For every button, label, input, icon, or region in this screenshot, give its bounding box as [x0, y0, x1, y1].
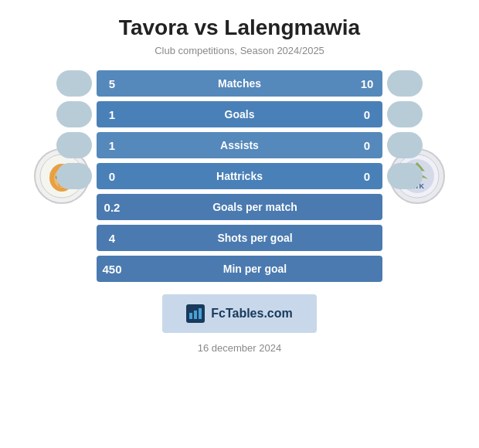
stat-row-min-per-goal: 450 Min per goal [97, 256, 382, 282]
stat-label-assists: Assists [127, 132, 352, 158]
stat-right-hattricks: 0 [352, 163, 382, 189]
footer-date: 16 december 2024 [198, 342, 281, 354]
stat-label-min-per-goal: Min per goal [127, 256, 382, 282]
stat-left-shots-per-goal: 4 [97, 225, 127, 251]
watermark-icon [186, 304, 205, 323]
pill-left-assists [56, 132, 92, 158]
stat-row-matches: 5 Matches 10 [97, 70, 382, 97]
watermark-label: FcTables.com [211, 307, 293, 321]
stat-row-shots-per-goal: 4 Shots per goal [97, 225, 382, 251]
pill-right-matches [387, 70, 423, 97]
svg-rect-10 [189, 313, 192, 319]
stat-row-goals-per-match: 0.2 Goals per match [97, 194, 382, 220]
main-content: FC GOA 5 Matches 10 1 Goals [8, 70, 471, 282]
stat-left-assists: 1 [97, 132, 127, 158]
page-title: Tavora vs Lalengmawia [119, 15, 360, 40]
stats-container: 5 Matches 10 1 Goals 0 1 Assists 0 [97, 70, 382, 282]
stat-right-assists: 0 [352, 132, 382, 158]
stat-right-goals: 0 [352, 101, 382, 127]
pill-right-goals [387, 101, 423, 127]
watermark: FcTables.com [162, 294, 317, 333]
stat-label-shots-per-goal: Shots per goal [127, 225, 382, 251]
stat-left-min-per-goal: 450 [97, 256, 127, 282]
svg-rect-12 [199, 308, 202, 319]
svg-rect-11 [194, 311, 197, 319]
stat-left-goals: 1 [97, 101, 127, 127]
stat-row-assists: 1 Assists 0 [97, 132, 382, 158]
stat-row-goals: 1 Goals 0 [97, 101, 382, 127]
stat-label-goals-per-match: Goals per match [127, 194, 382, 220]
stat-label-matches: Matches [127, 70, 352, 97]
page-subtitle: Club competitions, Season 2024/2025 [155, 45, 324, 56]
stat-label-hattricks: Hattricks [127, 163, 352, 189]
pill-left-goals [56, 101, 92, 127]
pill-left-hattricks [56, 163, 92, 189]
stat-left-hattricks: 0 [97, 163, 127, 189]
stat-left-matches: 5 [97, 70, 127, 97]
pill-left-matches [56, 70, 92, 97]
pill-right-assists [387, 132, 423, 158]
stat-label-goals: Goals [127, 101, 352, 127]
stat-right-matches: 10 [352, 70, 382, 97]
stat-left-goals-per-match: 0.2 [97, 194, 127, 220]
pill-right-hattricks [387, 163, 423, 189]
stat-row-hattricks: 0 Hattricks 0 [97, 163, 382, 189]
